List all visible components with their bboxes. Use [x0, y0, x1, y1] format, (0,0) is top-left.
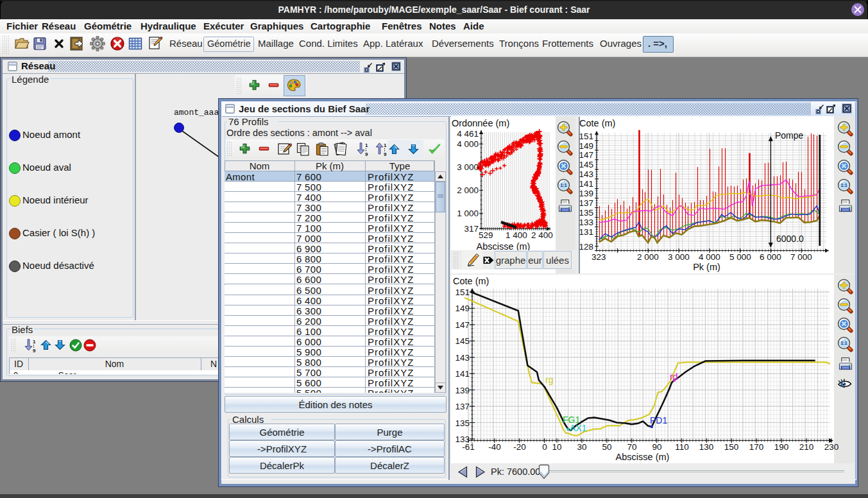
svg-text:1:1: 1:1 [840, 341, 847, 345]
